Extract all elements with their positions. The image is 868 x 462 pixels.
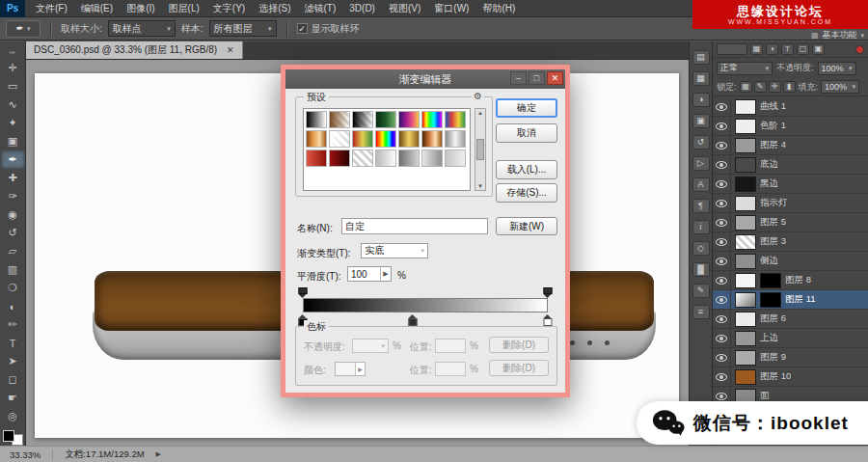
filter-switch-icon[interactable]: [855, 45, 864, 54]
quick-selection-tool[interactable]: ✦: [1, 114, 25, 132]
layer-visibility-toggle[interactable]: [713, 194, 731, 212]
lock-image-pixels-icon[interactable]: ✎: [754, 81, 767, 93]
paragraph-panel-icon[interactable]: ¶: [692, 199, 710, 213]
layer-visibility-toggle[interactable]: [713, 175, 731, 193]
scroll-up-icon[interactable]: ▲: [477, 110, 483, 116]
gradient-preset-swatch[interactable]: [421, 111, 443, 128]
foreground-color-swatch[interactable]: [3, 430, 14, 442]
opacity-stop[interactable]: [544, 287, 553, 298]
layer-mask-thumbnail[interactable]: [760, 273, 781, 288]
layer-row[interactable]: 图层 6: [713, 310, 868, 329]
blend-mode-dropdown[interactable]: 正常▾: [717, 62, 773, 75]
layer-thumbnail[interactable]: [735, 292, 756, 308]
layer-visibility-toggle[interactable]: [713, 348, 731, 367]
layer-row[interactable]: 图层 5: [713, 213, 868, 232]
maximize-icon[interactable]: □: [529, 71, 545, 85]
workspace-switcher[interactable]: ▦ 基本功能 ▾: [811, 29, 864, 41]
eyedropper-tool[interactable]: ✒: [1, 150, 25, 169]
load-button[interactable]: 载入(L)...: [496, 160, 557, 179]
new-gradient-button[interactable]: 新建(W): [496, 217, 557, 235]
notes-panel-icon[interactable]: ✎: [692, 284, 710, 298]
gradient-preset-swatch[interactable]: [445, 130, 466, 148]
eraser-tool[interactable]: ▱: [1, 242, 25, 260]
show-sampling-ring-checkbox[interactable]: ✓ 显示取样环: [297, 22, 360, 36]
gradient-preset-swatch[interactable]: [352, 130, 373, 148]
menu-item[interactable]: 文字(Y): [206, 0, 252, 16]
gradient-preset-swatch[interactable]: [329, 111, 350, 128]
layer-row[interactable]: 上边: [713, 329, 868, 348]
layer-thumbnail[interactable]: [735, 254, 756, 269]
layer-visibility-toggle[interactable]: [713, 271, 731, 289]
gradient-preset-swatch[interactable]: [375, 111, 396, 128]
blur-tool[interactable]: ❍: [1, 279, 25, 297]
layer-name[interactable]: 底边: [760, 158, 778, 171]
cancel-button[interactable]: 取消: [496, 123, 557, 143]
clone-stamp-tool[interactable]: ◉: [1, 205, 25, 224]
layer-visibility-toggle[interactable]: [713, 155, 731, 174]
brush-tool[interactable]: ✑: [1, 187, 25, 205]
gradient-preset-swatch[interactable]: [398, 130, 420, 148]
scroll-down-icon[interactable]: ▼: [477, 183, 483, 189]
gradient-preset-swatch[interactable]: [421, 130, 443, 148]
fill-dropdown[interactable]: 100%▾: [821, 80, 859, 94]
gradient-preset-swatch[interactable]: [352, 149, 373, 167]
gradient-type-dropdown[interactable]: 实底▾: [361, 243, 428, 258]
filter-shape-layers-icon[interactable]: ▢: [797, 43, 809, 55]
stop-color-swatch[interactable]: ▶: [335, 362, 366, 376]
gradient-preset-swatch[interactable]: [445, 111, 466, 128]
histogram-panel-icon[interactable]: ▓: [692, 262, 710, 277]
layer-thumbnail[interactable]: [735, 157, 756, 173]
history-panel-icon[interactable]: ↺: [692, 135, 710, 149]
adjustments-panel-icon[interactable]: ◑: [692, 93, 710, 107]
layer-row[interactable]: 图层 4: [713, 136, 868, 155]
menu-item[interactable]: 滤镜(T): [298, 0, 343, 16]
gradient-preset-swatch[interactable]: [398, 111, 420, 128]
gradient-preset-swatch[interactable]: [421, 149, 443, 167]
info-panel-icon[interactable]: i: [692, 220, 710, 234]
scrollbar-thumb[interactable]: [476, 139, 484, 160]
layer-name[interactable]: 图层 4: [760, 139, 786, 151]
layer-row[interactable]: 图层 8: [713, 271, 868, 290]
gradient-tool[interactable]: ▥: [1, 260, 25, 279]
layer-visibility-toggle[interactable]: [713, 232, 731, 251]
layer-name[interactable]: 图层 9: [760, 351, 786, 364]
status-popup-arrow-icon[interactable]: ▶: [156, 450, 161, 458]
swatches-panel-icon[interactable]: ▦: [692, 71, 710, 86]
layer-row[interactable]: 图层 10: [713, 367, 868, 387]
filter-type-layers-icon[interactable]: T: [781, 43, 794, 55]
layer-name[interactable]: 图层 8: [785, 274, 811, 286]
crop-tool[interactable]: ▣: [1, 132, 25, 150]
smoothness-input[interactable]: 100 ▶: [347, 266, 392, 282]
layer-thumbnail[interactable]: [735, 196, 756, 211]
gradient-preset-swatch[interactable]: [375, 130, 396, 148]
layer-visibility-toggle[interactable]: [713, 97, 731, 116]
layer-name[interactable]: 图层 3: [760, 235, 786, 248]
layer-name[interactable]: 图层 5: [760, 216, 786, 229]
move-tool[interactable]: ✛: [1, 59, 25, 77]
layer-visibility-toggle[interactable]: [713, 252, 731, 270]
panel-grip-icon[interactable]: ▸▸: [10, 49, 15, 55]
horizontal-type-tool[interactable]: T: [1, 334, 25, 352]
gradient-preset-swatch[interactable]: [352, 111, 373, 128]
layer-thumbnail[interactable]: [735, 177, 756, 192]
gradient-preset-swatch[interactable]: [375, 149, 396, 167]
layer-visibility-toggle[interactable]: [713, 213, 731, 231]
gradient-preset-swatch[interactable]: [306, 130, 327, 148]
menu-item[interactable]: 文件(F): [29, 0, 74, 16]
preset-scrollbar[interactable]: ▲ ▼: [475, 108, 486, 191]
path-selection-tool[interactable]: ➤: [1, 352, 25, 370]
layer-row[interactable]: 指示灯: [713, 194, 868, 213]
gradient-preview-bar[interactable]: [303, 298, 548, 313]
rectangular-marquee-tool[interactable]: ▭: [1, 77, 25, 95]
layer-name[interactable]: 图层 10: [760, 370, 791, 383]
menu-item[interactable]: 3D(D): [342, 0, 382, 16]
layer-thumbnail[interactable]: [735, 138, 756, 153]
delete-color-stop-button[interactable]: 删除(D): [489, 360, 549, 376]
gradient-name-input[interactable]: [341, 218, 488, 234]
layer-thumbnail[interactable]: [735, 215, 756, 231]
eyedropper-tool-preset[interactable]: ✒▾: [6, 20, 41, 38]
layer-name[interactable]: 侧边: [760, 255, 778, 267]
dialog-title-bar[interactable]: 渐变编辑器 – □ ✕: [285, 69, 565, 89]
menu-item[interactable]: 窗口(W): [427, 0, 475, 16]
sample-size-dropdown[interactable]: 取样点▾: [108, 20, 176, 37]
